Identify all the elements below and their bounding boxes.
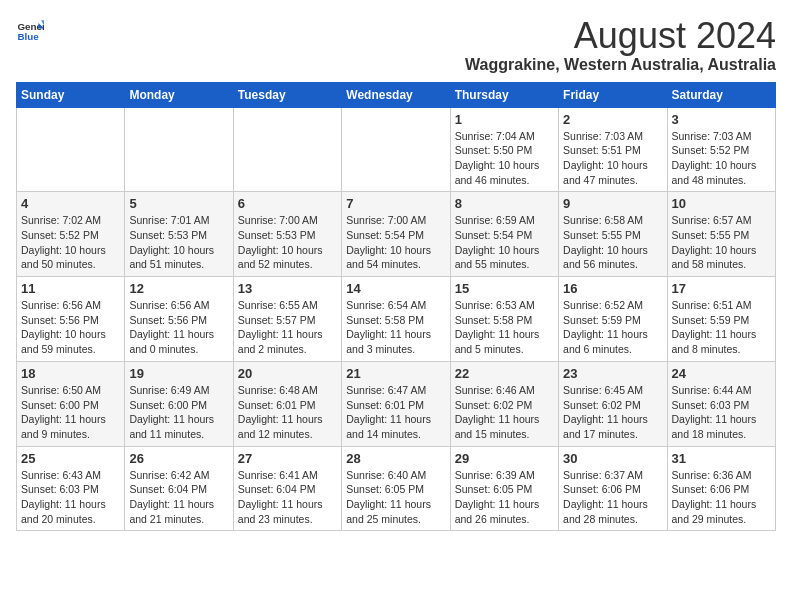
day-info: Sunrise: 7:01 AM Sunset: 5:53 PM Dayligh… bbox=[129, 213, 228, 272]
day-number: 30 bbox=[563, 451, 662, 466]
day-info: Sunrise: 6:52 AM Sunset: 5:59 PM Dayligh… bbox=[563, 298, 662, 357]
week-row-4: 18Sunrise: 6:50 AM Sunset: 6:00 PM Dayli… bbox=[17, 361, 776, 446]
day-number: 12 bbox=[129, 281, 228, 296]
day-info: Sunrise: 6:40 AM Sunset: 6:05 PM Dayligh… bbox=[346, 468, 445, 527]
calendar-cell: 3Sunrise: 7:03 AM Sunset: 5:52 PM Daylig… bbox=[667, 107, 775, 192]
day-info: Sunrise: 6:48 AM Sunset: 6:01 PM Dayligh… bbox=[238, 383, 337, 442]
day-info: Sunrise: 6:57 AM Sunset: 5:55 PM Dayligh… bbox=[672, 213, 771, 272]
calendar-cell: 8Sunrise: 6:59 AM Sunset: 5:54 PM Daylig… bbox=[450, 192, 558, 277]
day-number: 23 bbox=[563, 366, 662, 381]
day-info: Sunrise: 6:53 AM Sunset: 5:58 PM Dayligh… bbox=[455, 298, 554, 357]
day-info: Sunrise: 6:50 AM Sunset: 6:00 PM Dayligh… bbox=[21, 383, 120, 442]
calendar-cell: 29Sunrise: 6:39 AM Sunset: 6:05 PM Dayli… bbox=[450, 446, 558, 531]
calendar-cell: 23Sunrise: 6:45 AM Sunset: 6:02 PM Dayli… bbox=[559, 361, 667, 446]
day-info: Sunrise: 6:36 AM Sunset: 6:06 PM Dayligh… bbox=[672, 468, 771, 527]
day-number: 31 bbox=[672, 451, 771, 466]
day-info: Sunrise: 6:41 AM Sunset: 6:04 PM Dayligh… bbox=[238, 468, 337, 527]
day-info: Sunrise: 6:59 AM Sunset: 5:54 PM Dayligh… bbox=[455, 213, 554, 272]
day-number: 16 bbox=[563, 281, 662, 296]
day-info: Sunrise: 6:39 AM Sunset: 6:05 PM Dayligh… bbox=[455, 468, 554, 527]
day-info: Sunrise: 6:47 AM Sunset: 6:01 PM Dayligh… bbox=[346, 383, 445, 442]
calendar-cell: 30Sunrise: 6:37 AM Sunset: 6:06 PM Dayli… bbox=[559, 446, 667, 531]
calendar-cell: 24Sunrise: 6:44 AM Sunset: 6:03 PM Dayli… bbox=[667, 361, 775, 446]
day-info: Sunrise: 6:37 AM Sunset: 6:06 PM Dayligh… bbox=[563, 468, 662, 527]
day-info: Sunrise: 6:58 AM Sunset: 5:55 PM Dayligh… bbox=[563, 213, 662, 272]
day-number: 10 bbox=[672, 196, 771, 211]
calendar-cell: 12Sunrise: 6:56 AM Sunset: 5:56 PM Dayli… bbox=[125, 277, 233, 362]
day-info: Sunrise: 6:42 AM Sunset: 6:04 PM Dayligh… bbox=[129, 468, 228, 527]
day-number: 7 bbox=[346, 196, 445, 211]
calendar-cell: 25Sunrise: 6:43 AM Sunset: 6:03 PM Dayli… bbox=[17, 446, 125, 531]
day-number: 24 bbox=[672, 366, 771, 381]
calendar-cell bbox=[125, 107, 233, 192]
day-number: 21 bbox=[346, 366, 445, 381]
svg-text:Blue: Blue bbox=[17, 31, 39, 42]
day-info: Sunrise: 7:03 AM Sunset: 5:51 PM Dayligh… bbox=[563, 129, 662, 188]
calendar-cell: 6Sunrise: 7:00 AM Sunset: 5:53 PM Daylig… bbox=[233, 192, 341, 277]
calendar-cell: 10Sunrise: 6:57 AM Sunset: 5:55 PM Dayli… bbox=[667, 192, 775, 277]
day-number: 15 bbox=[455, 281, 554, 296]
day-info: Sunrise: 6:43 AM Sunset: 6:03 PM Dayligh… bbox=[21, 468, 120, 527]
day-number: 20 bbox=[238, 366, 337, 381]
day-info: Sunrise: 6:56 AM Sunset: 5:56 PM Dayligh… bbox=[21, 298, 120, 357]
day-number: 17 bbox=[672, 281, 771, 296]
day-info: Sunrise: 6:54 AM Sunset: 5:58 PM Dayligh… bbox=[346, 298, 445, 357]
week-row-1: 1Sunrise: 7:04 AM Sunset: 5:50 PM Daylig… bbox=[17, 107, 776, 192]
day-number: 2 bbox=[563, 112, 662, 127]
calendar-cell: 15Sunrise: 6:53 AM Sunset: 5:58 PM Dayli… bbox=[450, 277, 558, 362]
day-info: Sunrise: 7:04 AM Sunset: 5:50 PM Dayligh… bbox=[455, 129, 554, 188]
calendar-cell: 27Sunrise: 6:41 AM Sunset: 6:04 PM Dayli… bbox=[233, 446, 341, 531]
day-number: 1 bbox=[455, 112, 554, 127]
calendar-cell: 17Sunrise: 6:51 AM Sunset: 5:59 PM Dayli… bbox=[667, 277, 775, 362]
logo: General Blue bbox=[16, 16, 44, 44]
calendar-cell: 31Sunrise: 6:36 AM Sunset: 6:06 PM Dayli… bbox=[667, 446, 775, 531]
day-info: Sunrise: 7:02 AM Sunset: 5:52 PM Dayligh… bbox=[21, 213, 120, 272]
subtitle: Waggrakine, Western Australia, Australia bbox=[465, 56, 776, 74]
day-info: Sunrise: 6:56 AM Sunset: 5:56 PM Dayligh… bbox=[129, 298, 228, 357]
day-info: Sunrise: 7:03 AM Sunset: 5:52 PM Dayligh… bbox=[672, 129, 771, 188]
calendar-cell bbox=[342, 107, 450, 192]
calendar-cell: 18Sunrise: 6:50 AM Sunset: 6:00 PM Dayli… bbox=[17, 361, 125, 446]
calendar-cell: 11Sunrise: 6:56 AM Sunset: 5:56 PM Dayli… bbox=[17, 277, 125, 362]
calendar-cell: 26Sunrise: 6:42 AM Sunset: 6:04 PM Dayli… bbox=[125, 446, 233, 531]
day-number: 28 bbox=[346, 451, 445, 466]
day-number: 18 bbox=[21, 366, 120, 381]
calendar-cell: 28Sunrise: 6:40 AM Sunset: 6:05 PM Dayli… bbox=[342, 446, 450, 531]
day-info: Sunrise: 6:45 AM Sunset: 6:02 PM Dayligh… bbox=[563, 383, 662, 442]
day-info: Sunrise: 6:51 AM Sunset: 5:59 PM Dayligh… bbox=[672, 298, 771, 357]
calendar-cell: 20Sunrise: 6:48 AM Sunset: 6:01 PM Dayli… bbox=[233, 361, 341, 446]
day-number: 13 bbox=[238, 281, 337, 296]
weekday-header-row: SundayMondayTuesdayWednesdayThursdayFrid… bbox=[17, 82, 776, 107]
weekday-header-thursday: Thursday bbox=[450, 82, 558, 107]
day-number: 14 bbox=[346, 281, 445, 296]
day-number: 4 bbox=[21, 196, 120, 211]
day-number: 9 bbox=[563, 196, 662, 211]
calendar-cell: 5Sunrise: 7:01 AM Sunset: 5:53 PM Daylig… bbox=[125, 192, 233, 277]
calendar-cell: 2Sunrise: 7:03 AM Sunset: 5:51 PM Daylig… bbox=[559, 107, 667, 192]
calendar-cell: 13Sunrise: 6:55 AM Sunset: 5:57 PM Dayli… bbox=[233, 277, 341, 362]
calendar-cell: 21Sunrise: 6:47 AM Sunset: 6:01 PM Dayli… bbox=[342, 361, 450, 446]
day-info: Sunrise: 6:44 AM Sunset: 6:03 PM Dayligh… bbox=[672, 383, 771, 442]
day-info: Sunrise: 7:00 AM Sunset: 5:54 PM Dayligh… bbox=[346, 213, 445, 272]
week-row-5: 25Sunrise: 6:43 AM Sunset: 6:03 PM Dayli… bbox=[17, 446, 776, 531]
day-number: 6 bbox=[238, 196, 337, 211]
header: General Blue August 2024 Waggrakine, Wes… bbox=[16, 16, 776, 74]
calendar-cell: 9Sunrise: 6:58 AM Sunset: 5:55 PM Daylig… bbox=[559, 192, 667, 277]
calendar-cell bbox=[233, 107, 341, 192]
day-info: Sunrise: 6:46 AM Sunset: 6:02 PM Dayligh… bbox=[455, 383, 554, 442]
calendar-cell: 7Sunrise: 7:00 AM Sunset: 5:54 PM Daylig… bbox=[342, 192, 450, 277]
weekday-header-saturday: Saturday bbox=[667, 82, 775, 107]
weekday-header-monday: Monday bbox=[125, 82, 233, 107]
day-number: 19 bbox=[129, 366, 228, 381]
day-number: 8 bbox=[455, 196, 554, 211]
logo-icon: General Blue bbox=[16, 16, 44, 44]
weekday-header-tuesday: Tuesday bbox=[233, 82, 341, 107]
day-info: Sunrise: 6:55 AM Sunset: 5:57 PM Dayligh… bbox=[238, 298, 337, 357]
day-number: 3 bbox=[672, 112, 771, 127]
day-number: 25 bbox=[21, 451, 120, 466]
day-number: 22 bbox=[455, 366, 554, 381]
day-number: 11 bbox=[21, 281, 120, 296]
calendar-cell: 14Sunrise: 6:54 AM Sunset: 5:58 PM Dayli… bbox=[342, 277, 450, 362]
day-number: 27 bbox=[238, 451, 337, 466]
calendar-cell: 1Sunrise: 7:04 AM Sunset: 5:50 PM Daylig… bbox=[450, 107, 558, 192]
